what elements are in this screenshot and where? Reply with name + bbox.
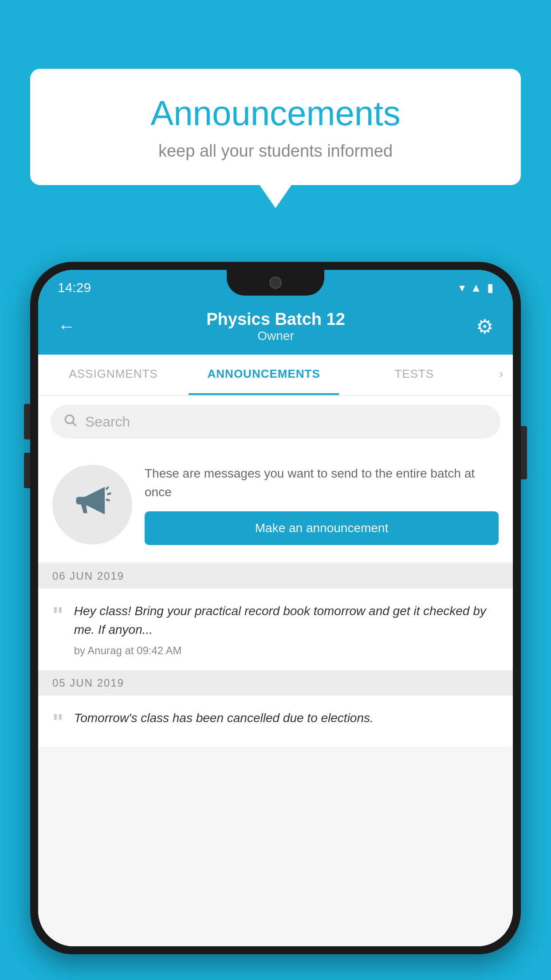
batch-title: Physics Batch 12: [75, 310, 476, 329]
announcements-title: Announcements: [57, 93, 494, 134]
promo-text-area: These are messages you want to send to t…: [145, 464, 499, 545]
quote-icon-1: ": [52, 604, 63, 627]
announcement-item-1[interactable]: " Hey class! Bring your practical record…: [38, 589, 513, 671]
svg-line-3: [107, 493, 111, 494]
status-icons: ▾ ▲ ▮: [459, 281, 493, 295]
back-button[interactable]: ←: [58, 316, 75, 336]
app-header: ← Physics Batch 12 Owner ⚙: [38, 302, 513, 355]
date-separator-2: 05 JUN 2019: [38, 671, 513, 695]
header-title-group: Physics Batch 12 Owner: [75, 310, 476, 343]
phone-container: 14:29 ▾ ▲ ▮ ← Physics Batch 12 Owner ⚙: [30, 262, 521, 980]
search-placeholder: Search: [85, 414, 130, 430]
power-button: [521, 426, 527, 479]
battery-icon: ▮: [487, 281, 493, 295]
announcement-message-2: Tomorrow's class has been cancelled due …: [74, 709, 499, 727]
svg-line-1: [73, 423, 76, 426]
quote-icon-2: ": [52, 711, 63, 734]
announcement-meta-1: by Anurag at 09:42 AM: [74, 644, 499, 657]
announcement-message-1: Hey class! Bring your practical record b…: [74, 602, 499, 639]
tab-tests[interactable]: TESTS: [339, 355, 489, 395]
owner-label: Owner: [75, 329, 476, 343]
promo-card: These are messages you want to send to t…: [38, 447, 513, 562]
announcement-text-2: Tomorrow's class has been cancelled due …: [74, 709, 499, 733]
search-bar[interactable]: Search: [51, 405, 500, 439]
tab-more-icon[interactable]: ›: [489, 355, 513, 395]
speech-bubble: Announcements keep all your students inf…: [30, 69, 521, 185]
tab-announcements[interactable]: ANNOUNCEMENTS: [189, 355, 339, 395]
phone-outer: 14:29 ▾ ▲ ▮ ← Physics Batch 12 Owner ⚙: [30, 262, 521, 954]
wifi-icon: ▾: [459, 281, 465, 295]
phone-screen: 14:29 ▾ ▲ ▮ ← Physics Batch 12 Owner ⚙: [38, 270, 513, 946]
promo-description: These are messages you want to send to t…: [145, 464, 499, 502]
phone-camera: [269, 277, 282, 289]
announcement-text-1: Hey class! Bring your practical record b…: [74, 602, 499, 657]
date-separator-1: 06 JUN 2019: [38, 564, 513, 589]
announcements-subtitle: keep all your students informed: [57, 142, 494, 161]
tab-assignments[interactable]: ASSIGNMENTS: [38, 355, 189, 395]
announcement-item-2[interactable]: " Tomorrow's class has been cancelled du…: [38, 695, 513, 747]
volume-down-button: [24, 453, 30, 488]
signal-icon: ▲: [470, 281, 482, 295]
volume-up-button: [24, 404, 30, 439]
svg-line-4: [106, 499, 110, 501]
megaphone-icon: [72, 481, 112, 529]
tabs-container: ASSIGNMENTS ANNOUNCEMENTS TESTS ›: [38, 355, 513, 396]
phone-notch: [227, 270, 324, 296]
status-time: 14:29: [58, 280, 91, 295]
announcement-icon-circle: [52, 465, 132, 545]
search-icon: [63, 413, 77, 431]
svg-line-2: [106, 487, 109, 490]
content-area: Search: [38, 396, 513, 946]
settings-icon[interactable]: ⚙: [476, 315, 493, 338]
make-announcement-button[interactable]: Make an announcement: [145, 511, 499, 545]
search-bar-container: Search: [38, 396, 513, 447]
speech-bubble-container: Announcements keep all your students inf…: [30, 69, 521, 185]
svg-point-0: [65, 415, 74, 423]
